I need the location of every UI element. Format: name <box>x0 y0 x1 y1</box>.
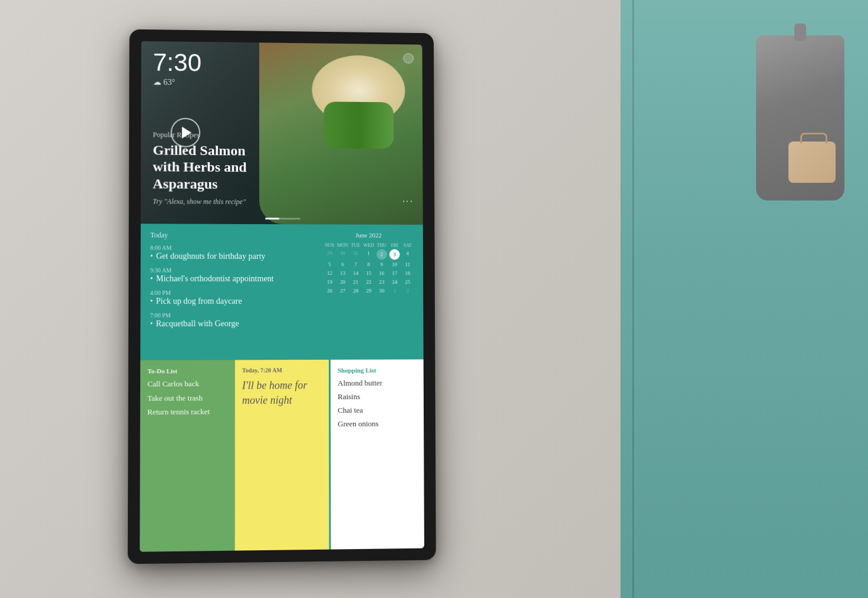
todo-item: Take out the trash <box>147 393 228 402</box>
cal-day[interactable]: 7 <box>349 260 362 268</box>
event-time: 9:30 AM <box>150 267 318 274</box>
cal-day[interactable]: 2 <box>401 287 414 295</box>
cal-day[interactable]: 25 <box>401 278 414 286</box>
cal-day[interactable]: 13 <box>336 269 349 277</box>
cal-day[interactable]: 10 <box>388 260 401 268</box>
cal-day[interactable]: 16 <box>375 269 388 277</box>
recipe-category: Popular Recipes <box>153 130 271 140</box>
event-title: Get doughnuts for birthday party <box>150 252 318 262</box>
event-time: 7:00 PM <box>150 312 318 318</box>
event-item[interactable]: 4:00 PM Pick up dog from daycare <box>150 290 318 306</box>
cal-day[interactable]: 6 <box>336 260 349 268</box>
cal-day[interactable]: 30 <box>375 287 388 295</box>
cal-day[interactable]: 19 <box>324 278 336 286</box>
event-item[interactable]: 7:00 PM Racquetball with George <box>150 312 318 328</box>
calendar-month: June 2022 <box>324 231 414 238</box>
event-item[interactable]: 9:30 AM Michael's orthodontist appointme… <box>150 267 318 284</box>
note-text: I'll be home for movie night <box>242 378 322 408</box>
cal-day[interactable]: 11 <box>401 260 414 268</box>
shopping-item: Almond butter <box>338 378 417 388</box>
cal-day[interactable]: 15 <box>362 269 375 277</box>
echo-show-device: 7:30 ☁ 63° Popular Recipes Grilled Salmo… <box>128 29 436 564</box>
event-title: Michael's orthodontist appointment <box>150 274 318 284</box>
camera-icon <box>403 53 414 64</box>
cal-header-sat: SAT <box>401 242 414 249</box>
cal-day[interactable]: 26 <box>324 287 336 295</box>
cal-header-thu: THU <box>375 242 388 249</box>
food-image <box>259 42 423 225</box>
recipe-overlay: Popular Recipes Grilled Salmon with Herb… <box>153 130 271 206</box>
event-title: Pick up dog from daycare <box>150 297 318 306</box>
shopping-item: Raisins <box>338 392 417 402</box>
clock-time: 7:30 <box>153 50 202 75</box>
widgets-row: To-Do List Call Carlos back Take out the… <box>140 359 424 551</box>
cal-header-wed: WED <box>362 242 375 248</box>
weather-info: ☁ 63° <box>153 77 202 88</box>
cal-day[interactable]: 31 <box>349 249 362 259</box>
cal-day[interactable]: 20 <box>336 278 349 286</box>
cal-header-fri: FRI <box>388 242 401 249</box>
cal-header-mon: MON <box>336 242 349 248</box>
bag <box>788 142 836 183</box>
note-timestamp: Today, 7:20 AM <box>242 367 322 374</box>
cal-day[interactable]: 23 <box>375 278 388 286</box>
cal-day[interactable]: 1 <box>388 287 401 295</box>
calendar-widget: June 2022 SUN MON TUE WED THU FRI SAT 29… <box>324 231 414 353</box>
more-options-button[interactable]: ⋮ <box>401 196 414 207</box>
cal-day[interactable]: 8 <box>362 260 375 268</box>
jacket <box>756 35 850 224</box>
cal-day[interactable]: 29 <box>324 249 336 259</box>
shopping-item: Green onions <box>338 419 417 429</box>
cal-day[interactable]: 9 <box>375 260 388 268</box>
time-display: 7:30 ☁ 63° <box>153 50 202 88</box>
recipe-hint: Try "Alexa, show me this recipe" <box>153 197 271 206</box>
events-section: Today 8:00 AM Get doughnuts for birthday… <box>140 224 423 360</box>
cal-day-selected[interactable]: 3 <box>390 249 400 260</box>
shopping-widget-title: Shopping List <box>338 366 417 373</box>
cal-day[interactable]: 30 <box>336 249 349 259</box>
events-list: Today 8:00 AM Get doughnuts for birthday… <box>150 231 318 353</box>
cal-day[interactable]: 27 <box>336 287 349 295</box>
cal-day[interactable]: 1 <box>362 249 375 259</box>
cal-day[interactable]: 29 <box>362 287 375 295</box>
cal-day[interactable]: 18 <box>401 269 414 277</box>
cal-day[interactable]: 5 <box>324 260 336 268</box>
cal-header-tue: TUE <box>349 242 362 248</box>
cal-day[interactable]: 17 <box>388 269 401 277</box>
event-title: Racquetball with George <box>150 319 318 328</box>
recipe-title: Grilled Salmon with Herbs and Asparagus <box>153 142 271 193</box>
calendar-grid: SUN MON TUE WED THU FRI SAT 29 30 31 1 2… <box>324 242 414 295</box>
cal-header-sun: SUN <box>324 242 336 248</box>
event-item[interactable]: 8:00 AM Get doughnuts for birthday party <box>150 245 318 262</box>
cal-day[interactable]: 28 <box>349 287 362 295</box>
shopping-widget[interactable]: Shopping List Almond butter Raisins Chai… <box>329 359 424 549</box>
device-screen: 7:30 ☁ 63° Popular Recipes Grilled Salmo… <box>140 41 424 552</box>
shopping-item: Chai tea <box>338 405 417 415</box>
todo-widget[interactable]: To-Do List Call Carlos back Take out the… <box>140 360 235 551</box>
todo-widget-title: To-Do List <box>147 367 227 375</box>
hero-section: 7:30 ☁ 63° Popular Recipes Grilled Salmo… <box>141 41 423 225</box>
event-time: 8:00 AM <box>150 245 318 252</box>
cal-day[interactable]: 21 <box>349 278 362 286</box>
cal-day[interactable]: 14 <box>349 269 362 277</box>
event-time: 4:00 PM <box>150 290 318 296</box>
events-header: Today <box>150 231 318 240</box>
cal-day[interactable]: 12 <box>324 269 336 277</box>
note-widget[interactable]: Today, 7:20 AM I'll be home for movie ni… <box>235 360 329 551</box>
todo-item: Call Carlos back <box>147 379 228 389</box>
progress-bar <box>265 218 301 219</box>
cal-day[interactable]: 4 <box>401 249 414 260</box>
todo-item: Return tennis racket <box>147 407 228 417</box>
progress-fill <box>265 218 279 219</box>
cal-day-today[interactable]: 2 <box>377 249 387 259</box>
cal-day[interactable]: 24 <box>388 278 401 286</box>
cal-day[interactable]: 22 <box>362 278 375 286</box>
